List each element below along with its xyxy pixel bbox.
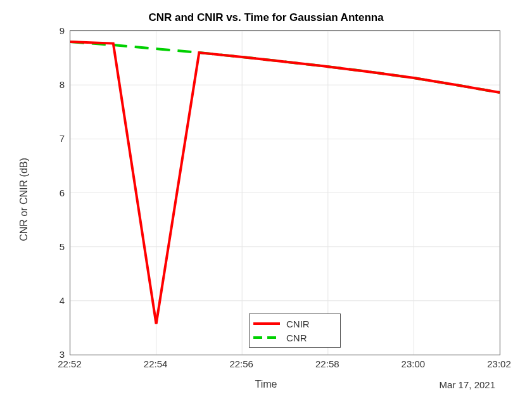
y-tick-label: 8: [39, 79, 65, 90]
y-tick-label: 3: [39, 349, 65, 360]
figure: CNR and CNIR vs. Time for Gaussian Anten…: [0, 0, 532, 399]
line-icon: [253, 322, 280, 325]
legend-swatch-cnir: [253, 319, 280, 328]
date-annotation: Mar 17, 2021: [440, 379, 495, 390]
x-tick-label: 22:58: [315, 358, 339, 369]
legend-label-cnr: CNR: [286, 332, 307, 343]
dash-line-icon: [253, 336, 280, 339]
series-cnir-line: [70, 42, 500, 324]
x-tick-label: 22:52: [58, 358, 82, 369]
grid: [70, 31, 500, 355]
y-tick-label: 5: [39, 241, 65, 251]
x-tick-label: 22:56: [229, 358, 253, 369]
y-axis-label: CNR or CNIR (dB): [18, 158, 30, 241]
legend-label-cnir: CNIR: [286, 319, 310, 329]
x-tick-label: 23:00: [402, 358, 426, 369]
legend-entry-cnr: CNR: [253, 331, 336, 345]
plot-area: [70, 30, 500, 355]
y-tick-label: 7: [39, 133, 65, 144]
x-tick-label: 23:02: [487, 358, 511, 369]
y-axis-label-container: CNR or CNIR (dB): [18, 0, 30, 399]
y-tick-label: 4: [39, 294, 65, 305]
legend-entry-cnir: CNIR: [253, 317, 336, 331]
y-tick-label: 9: [39, 25, 65, 36]
chart-title: CNR and CNIR vs. Time for Gaussian Anten…: [0, 11, 532, 24]
y-tick-label: 6: [39, 187, 65, 198]
legend: CNIR CNR: [249, 314, 341, 348]
plot-svg: [70, 31, 500, 355]
x-tick-label: 22:54: [144, 358, 168, 369]
legend-swatch-cnr: [253, 333, 280, 342]
